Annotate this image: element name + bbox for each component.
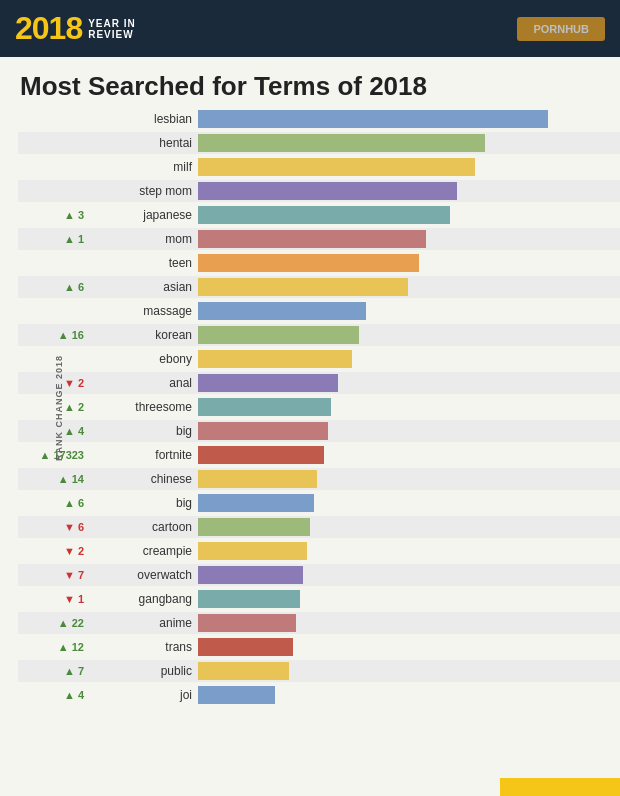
- rank-arrow: ▲ 2: [64, 401, 84, 413]
- rank-change: ▲ 12: [18, 641, 88, 653]
- bar-label: massage: [88, 304, 198, 318]
- rank-arrow: ▲ 22: [58, 617, 84, 629]
- logo-text: YEAR IN REVIEW: [88, 18, 136, 40]
- bar-label: chinese: [88, 472, 198, 486]
- bar-label: trans: [88, 640, 198, 654]
- bar-fill: [198, 182, 457, 200]
- bar-fill: [198, 494, 314, 512]
- table-row: ▼ 7overwatch: [18, 564, 620, 586]
- rank-change: ▲ 14: [18, 473, 88, 485]
- bar-track: [198, 446, 620, 464]
- bar-label: creampie: [88, 544, 198, 558]
- bar-fill: [198, 590, 300, 608]
- bar-track: [198, 278, 620, 296]
- bar-track: [198, 518, 620, 536]
- bar-track: [198, 326, 620, 344]
- table-row: ▲ 22anime: [18, 612, 620, 634]
- page-title: Most Searched for Terms of 2018: [0, 57, 620, 108]
- bar-track: [198, 110, 620, 128]
- bar-fill: [198, 302, 366, 320]
- table-row: milf: [18, 156, 620, 178]
- bar-fill: [198, 278, 408, 296]
- rank-arrow: ▲ 1: [64, 233, 84, 245]
- bar-fill: [198, 350, 352, 368]
- y-axis-label: RANK CHANGE 2018: [54, 355, 64, 461]
- bar-fill: [198, 158, 475, 176]
- rank-arrow: ▲ 6: [64, 497, 84, 509]
- bar-track: [198, 566, 620, 584]
- rank-change: ▲ 22: [18, 617, 88, 629]
- bar-track: [198, 686, 620, 704]
- table-row: ▲ 16korean: [18, 324, 620, 346]
- header: 2018 YEAR IN REVIEW PORNHUB: [0, 0, 620, 57]
- bar-fill: [198, 638, 293, 656]
- bar-track: [198, 158, 620, 176]
- bar-track: [198, 638, 620, 656]
- rank-arrow: ▲ 16: [58, 329, 84, 341]
- rank-change: ▲ 4: [18, 689, 88, 701]
- rank-arrow: ▲ 6: [64, 281, 84, 293]
- bar-fill: [198, 134, 485, 152]
- rank-arrow: ▼ 2: [64, 545, 84, 557]
- bar-track: [198, 374, 620, 392]
- header-button[interactable]: PORNHUB: [517, 17, 605, 41]
- footer-accent: [500, 778, 620, 796]
- rank-change: ▲ 4: [18, 425, 88, 437]
- bar-fill: [198, 566, 303, 584]
- table-row: massage: [18, 300, 620, 322]
- rank-change: ▲ 1: [18, 233, 88, 245]
- chart-wrapper: RANK CHANGE 2018 lesbianhentaimilfstep m…: [0, 108, 620, 708]
- bar-label: public: [88, 664, 198, 678]
- rank-arrow: ▼ 6: [64, 521, 84, 533]
- rank-change: ▲ 17323: [18, 449, 88, 461]
- bar-fill: [198, 662, 289, 680]
- bar-fill: [198, 110, 548, 128]
- bar-fill: [198, 254, 419, 272]
- table-row: ▼ 2anal: [18, 372, 620, 394]
- bar-track: [198, 398, 620, 416]
- bar-fill: [198, 374, 338, 392]
- bar-fill: [198, 518, 310, 536]
- rank-arrow: ▲ 3: [64, 209, 84, 221]
- bar-label: teen: [88, 256, 198, 270]
- table-row: ▲ 1mom: [18, 228, 620, 250]
- table-row: ▲ 17323fortnite: [18, 444, 620, 466]
- rank-change: ▼ 2: [18, 545, 88, 557]
- bar-label: ebony: [88, 352, 198, 366]
- bar-label: big: [88, 424, 198, 438]
- rank-arrow: ▼ 1: [64, 593, 84, 605]
- bar-fill: [198, 206, 450, 224]
- rank-arrow: ▲ 12: [58, 641, 84, 653]
- bar-label: japanese: [88, 208, 198, 222]
- bar-fill: [198, 686, 275, 704]
- bar-label: fortnite: [88, 448, 198, 462]
- chart-rows: lesbianhentaimilfstep mom▲ 3japanese▲ 1m…: [18, 108, 620, 708]
- rank-change: ▼ 7: [18, 569, 88, 581]
- bar-track: [198, 134, 620, 152]
- rank-arrow: ▲ 7: [64, 665, 84, 677]
- bar-track: [198, 182, 620, 200]
- rank-arrow: ▼ 2: [64, 377, 84, 389]
- bar-track: [198, 590, 620, 608]
- bar-label: milf: [88, 160, 198, 174]
- rank-change: ▲ 2: [18, 401, 88, 413]
- table-row: ▲ 6asian: [18, 276, 620, 298]
- table-row: ▲ 7public: [18, 660, 620, 682]
- table-row: hentai: [18, 132, 620, 154]
- rank-arrow: ▲ 4: [64, 689, 84, 701]
- table-row: lesbian: [18, 108, 620, 130]
- bar-fill: [198, 614, 296, 632]
- rank-change: ▲ 6: [18, 497, 88, 509]
- rank-change: ▼ 1: [18, 593, 88, 605]
- bar-fill: [198, 326, 359, 344]
- table-row: ▼ 1gangbang: [18, 588, 620, 610]
- bar-label: mom: [88, 232, 198, 246]
- table-row: ▲ 6big: [18, 492, 620, 514]
- table-row: step mom: [18, 180, 620, 202]
- bar-fill: [198, 398, 331, 416]
- bar-label: hentai: [88, 136, 198, 150]
- rank-change: ▲ 16: [18, 329, 88, 341]
- rank-arrow: ▼ 7: [64, 569, 84, 581]
- table-row: ▼ 2creampie: [18, 540, 620, 562]
- table-row: ▲ 3japanese: [18, 204, 620, 226]
